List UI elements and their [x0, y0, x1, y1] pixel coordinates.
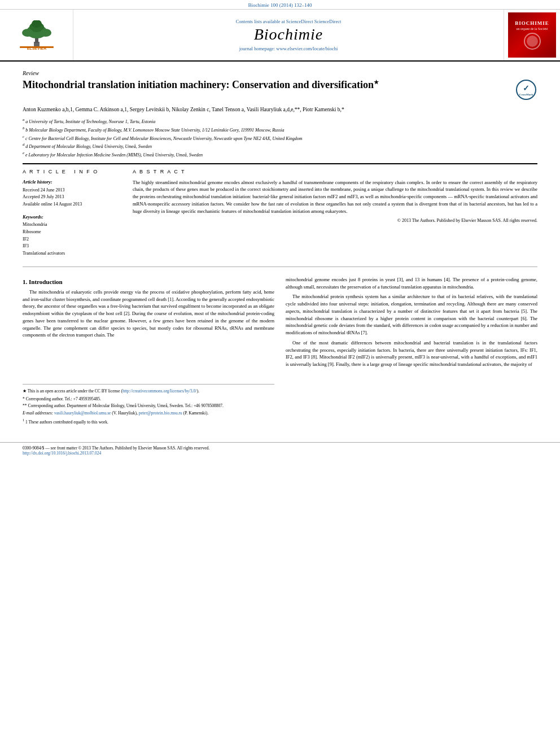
article-info-column: A R T I C L E I N F O Article history: R…	[23, 169, 121, 257]
keyword-4: IF3	[23, 243, 121, 250]
accepted-date: Accepted 29 July 2013	[23, 194, 121, 201]
body-paragraph-2: mitochondrial genome encodes just 8 prot…	[286, 276, 537, 291]
doi-line[interactable]: http://dx.doi.org/10.1016/j.biochi.2013.…	[23, 451, 537, 456]
received-date: Received 24 June 2013	[23, 187, 121, 194]
affiliation-b: b b Molecular Biology Department, Facult…	[23, 125, 537, 134]
keywords-list: Mitochondria Ribosome IF2 IF3 Translatio…	[23, 221, 121, 257]
footnote-area: ★ This is an open access article under t…	[23, 384, 274, 425]
journal-title: Biochimie	[254, 25, 323, 43]
body-paragraph-1: The mitochondria of eukaryotic cells pro…	[23, 289, 274, 339]
body-content: 1. Introduction The mitochondria of euka…	[0, 270, 560, 431]
footnote-equal-contribution: 1 1 These authors contributed equally to…	[23, 417, 274, 425]
keyword-2: Ribosome	[23, 229, 121, 236]
journal-citation-bar: Biochimie 100 (2014) 132–140	[0, 0, 560, 10]
thick-separator	[23, 163, 537, 164]
doi-link[interactable]: http://dx.doi.org/10.1016/j.biochi.2013.…	[23, 451, 101, 456]
affiliation-a: a a University of Tartu, Institute of Te…	[23, 117, 537, 125]
badge-circle	[524, 33, 541, 50]
badge-title: BIOCHIMIE	[515, 20, 549, 26]
article-type: Review	[23, 70, 537, 76]
svg-point-5	[22, 29, 33, 37]
section1-title: 1. Introduction	[23, 278, 274, 285]
journal-name-area: Contents lists available at ScienceDirec…	[73, 10, 504, 60]
svg-point-6	[40, 29, 51, 37]
elsevier-logo: ELSEVIER	[14, 20, 59, 50]
journal-logo-area: ELSEVIER	[0, 10, 73, 60]
bottom-bar: 0300-9084/$ — see front matter © 2013 Th…	[0, 442, 560, 458]
body-paragraph-4: One of the most dramatic differences bet…	[286, 339, 537, 368]
body-column-left: 1. Introduction The mitochondria of euka…	[23, 276, 274, 425]
journal-homepage[interactable]: journal homepage: www.elsevier.com/locat…	[239, 46, 338, 51]
article-title: Mitochondrial translation initiation mac…	[23, 78, 506, 91]
copyright-text: © 2013 The Authors. Published by Elsevie…	[133, 218, 537, 223]
affiliations: a a University of Tartu, Institute of Te…	[23, 117, 537, 158]
content-separator	[23, 267, 537, 267]
keyword-3: IF2	[23, 236, 121, 243]
affiliation-c: c c Centre for Bacterial Cell Biology, I…	[23, 134, 537, 142]
email-link-2[interactable]: peter@protein.bio.msu.ru	[139, 410, 182, 416]
footnote-double-star-1: * Corresponding author. Tel.: +7 4959395…	[23, 396, 274, 402]
body-columns: 1. Introduction The mitochondria of euka…	[23, 276, 537, 425]
journal-citation: Biochimie 100 (2014) 132–140	[248, 2, 312, 8]
footnote-emails: E-mail addresses: vasili.hauryliuk@molbi…	[23, 410, 274, 416]
info-abstract-section: A R T I C L E I N F O Article history: R…	[23, 169, 537, 257]
badge-inner-circle	[527, 36, 538, 47]
body-paragraph-3: The mitochondrial protein synthesis syst…	[286, 293, 537, 337]
footnote-double-star-2: ** Corresponding author. Department of M…	[23, 403, 274, 409]
history-label: Article history:	[23, 179, 121, 185]
sciencedirect-text: Contents lists available at ScienceDirec…	[236, 19, 342, 24]
email-link-1[interactable]: vasili.hauryliuk@molbiol.umu.se	[54, 410, 111, 416]
affiliation-e: e e Laboratory for Molecular Infection M…	[23, 150, 537, 159]
crossmark-badge[interactable]: ✓ CrossMark	[515, 78, 537, 101]
footnote-star: ★ This is an open access article under t…	[23, 388, 274, 394]
main-content: Review Mitochondrial translation initiat…	[0, 62, 560, 263]
biochimie-badge: BIOCHIMIE un organe de la Société	[508, 12, 556, 58]
abstract-text: The highly streamlined mitochondrial gen…	[133, 179, 537, 215]
svg-text:ELSEVIER: ELSEVIER	[27, 46, 46, 50]
keyword-5: Translational activators	[23, 250, 121, 257]
keywords-label: Keywords:	[23, 214, 121, 220]
body-column-right: mitochondrial genome encodes just 8 prot…	[286, 276, 537, 425]
sciencedirect-linktext[interactable]: ScienceDirect	[314, 19, 342, 24]
article-info-header: A R T I C L E I N F O	[23, 169, 121, 174]
badge-subtitle: un organe de la Société	[517, 27, 548, 30]
journal-header: ELSEVIER Contents lists available at Sci…	[0, 10, 560, 62]
crossmark-circle: ✓ CrossMark	[516, 80, 536, 100]
available-date: Available online 14 August 2013	[23, 201, 121, 208]
keyword-1: Mitochondria	[23, 221, 121, 229]
crossmark-text: ✓ CrossMark	[519, 84, 533, 96]
issn-line: 0300-9084/$ — see front matter © 2013 Th…	[23, 445, 537, 451]
abstract-column: A B S T R A C T The highly streamlined m…	[133, 169, 537, 257]
authors-line: Anton Kuzmenko a,b,1, Gemma C. Atkinson …	[23, 106, 537, 113]
article-title-row: Mitochondrial translation initiation mac…	[23, 78, 537, 101]
title-footnote-marker: ★	[374, 79, 379, 85]
affiliation-d: d d Department of Molecular Biology, Ume…	[23, 142, 537, 150]
abstract-header: A B S T R A C T	[133, 169, 537, 174]
page: Biochimie 100 (2014) 132–140	[0, 0, 560, 747]
cc-license-link[interactable]: http://creativecommons.org/licenses/by/3…	[123, 388, 197, 394]
elsevier-tree-svg: ELSEVIER	[14, 20, 59, 50]
journal-badge-area: BIOCHIMIE un organe de la Société	[504, 10, 560, 60]
